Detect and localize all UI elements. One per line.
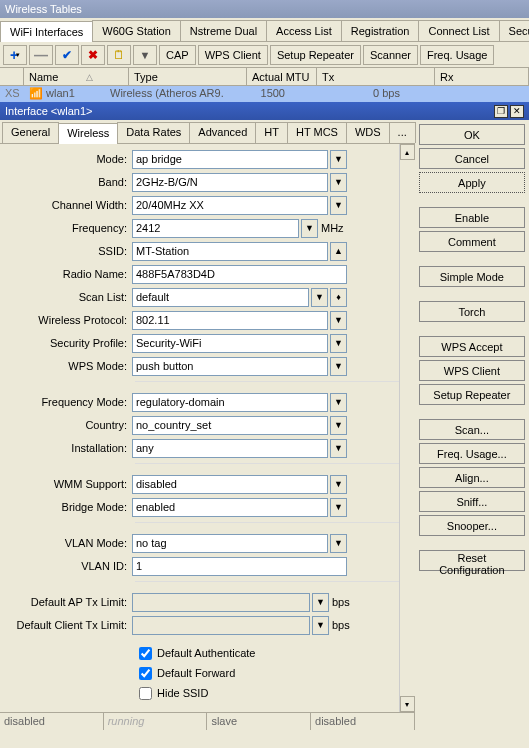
radio-field[interactable]	[132, 265, 347, 284]
setup-repeater-button[interactable]: Setup Repeater	[270, 45, 361, 65]
tab-registration[interactable]: Registration	[341, 20, 420, 41]
cltx-field[interactable]	[132, 616, 310, 635]
enable-button-side[interactable]: Enable	[419, 207, 525, 228]
aptx-field[interactable]	[132, 593, 310, 612]
sec-dropdown[interactable]: ▼	[330, 334, 347, 353]
mode-field[interactable]	[132, 150, 328, 169]
ssid-toggle[interactable]: ▲	[330, 242, 347, 261]
cltx-toggle[interactable]: ▼	[312, 616, 329, 635]
reset-configuration-button[interactable]: Reset Configuration	[419, 550, 525, 571]
aptx-toggle[interactable]: ▼	[312, 593, 329, 612]
tab-advanced[interactable]: Advanced	[189, 122, 256, 143]
vlanid-field[interactable]	[132, 557, 347, 576]
status-1: disabled	[0, 713, 104, 730]
scan-updown[interactable]: ♦	[330, 288, 347, 307]
tab-wifi-interfaces[interactable]: WiFi Interfaces	[0, 21, 93, 42]
tab-nstreme-dual[interactable]: Nstreme Dual	[180, 20, 267, 41]
tab-w60g-station[interactable]: W60G Station	[92, 20, 180, 41]
hide-ssid-checkbox[interactable]	[139, 687, 152, 700]
chwidth-dropdown[interactable]: ▼	[330, 196, 347, 215]
wmm-field[interactable]	[132, 475, 328, 494]
dialog-tabs: General Wireless Data Rates Advanced HT …	[0, 122, 415, 144]
tab-wds[interactable]: WDS	[346, 122, 390, 143]
scroll-up-icon[interactable]: ▴	[400, 144, 415, 160]
freq-usage-button[interactable]: Freq. Usage	[420, 45, 495, 65]
scanner-button[interactable]: Scanner	[363, 45, 418, 65]
wps-accept-button[interactable]: WPS Accept	[419, 336, 525, 357]
inst-dropdown[interactable]: ▼	[330, 439, 347, 458]
col-type[interactable]: Type	[129, 68, 247, 85]
tab-wireless[interactable]: Wireless	[58, 123, 118, 144]
scan-dropdown[interactable]: ▼	[311, 288, 328, 307]
wps-dropdown[interactable]: ▼	[330, 357, 347, 376]
align-button[interactable]: Align...	[419, 467, 525, 488]
proto-dropdown[interactable]: ▼	[330, 311, 347, 330]
simple-mode-button[interactable]: Simple Mode	[419, 266, 525, 287]
vlanid-label: VLAN ID:	[0, 560, 132, 572]
scan-button[interactable]: Scan...	[419, 419, 525, 440]
tab-more[interactable]: ...	[389, 122, 416, 143]
form-scrollbar[interactable]: ▴ ▾	[399, 144, 415, 712]
col-tx[interactable]: Tx	[317, 68, 435, 85]
cltx-unit: bps	[332, 619, 350, 631]
col-name[interactable]: Name△	[24, 68, 129, 85]
aptx-unit: bps	[332, 596, 350, 608]
comment-button[interactable]: 🗒	[107, 45, 131, 65]
freq-dropdown[interactable]: ▼	[301, 219, 318, 238]
default-forward-checkbox[interactable]	[139, 667, 152, 680]
cancel-button[interactable]: Cancel	[419, 148, 525, 169]
ssid-field[interactable]	[132, 242, 328, 261]
add-button[interactable]: +▾	[3, 45, 27, 65]
tab-ht-mcs[interactable]: HT MCS	[287, 122, 347, 143]
tab-security-profiles[interactable]: Security Profi	[499, 20, 529, 41]
ok-button[interactable]: OK	[419, 124, 525, 145]
sniff-button[interactable]: Sniff...	[419, 491, 525, 512]
wps-client-button-side[interactable]: WPS Client	[419, 360, 525, 381]
torch-button[interactable]: Torch	[419, 301, 525, 322]
disable-button[interactable]: ✖	[81, 45, 105, 65]
apply-button[interactable]: Apply	[419, 172, 525, 193]
vlanm-field[interactable]	[132, 534, 328, 553]
comment-button-side[interactable]: Comment	[419, 231, 525, 252]
inst-field[interactable]	[132, 439, 328, 458]
country-field[interactable]	[132, 416, 328, 435]
filter-button[interactable]: ▼	[133, 45, 157, 65]
bridge-dropdown[interactable]: ▼	[330, 498, 347, 517]
scroll-down-icon[interactable]: ▾	[400, 696, 415, 712]
col-mtu[interactable]: Actual MTU	[247, 68, 317, 85]
scan-field[interactable]	[132, 288, 309, 307]
remove-button[interactable]: —	[29, 45, 53, 65]
snooper-button[interactable]: Snooper...	[419, 515, 525, 536]
vlanm-dropdown[interactable]: ▼	[330, 534, 347, 553]
row-mtu: 1500	[223, 86, 293, 102]
band-dropdown[interactable]: ▼	[330, 173, 347, 192]
tab-data-rates[interactable]: Data Rates	[117, 122, 190, 143]
country-dropdown[interactable]: ▼	[330, 416, 347, 435]
chwidth-field[interactable]	[132, 196, 328, 215]
bridge-field[interactable]	[132, 498, 328, 517]
fmode-field[interactable]	[132, 393, 328, 412]
band-field[interactable]	[132, 173, 328, 192]
table-row[interactable]: XS 📶 wlan1 Wireless (Atheros AR9... 1500…	[0, 86, 529, 102]
tab-access-list[interactable]: Access List	[266, 20, 342, 41]
wps-client-button[interactable]: WPS Client	[198, 45, 268, 65]
wmm-dropdown[interactable]: ▼	[330, 475, 347, 494]
fmode-dropdown[interactable]: ▼	[330, 393, 347, 412]
freq-usage-button-side[interactable]: Freq. Usage...	[419, 443, 525, 464]
default-authenticate-checkbox[interactable]	[139, 647, 152, 660]
tab-ht[interactable]: HT	[255, 122, 288, 143]
col-rx[interactable]: Rx	[435, 68, 529, 85]
mode-dropdown[interactable]: ▼	[330, 150, 347, 169]
cap-button[interactable]: CAP	[159, 45, 196, 65]
wps-field[interactable]	[132, 357, 328, 376]
tab-connect-list[interactable]: Connect List	[418, 20, 499, 41]
row-type: Wireless (Atheros AR9...	[105, 86, 223, 102]
sec-field[interactable]	[132, 334, 328, 353]
close-button[interactable]: ✕	[510, 105, 524, 118]
tab-general[interactable]: General	[2, 122, 59, 143]
restore-button[interactable]: ❐	[494, 105, 508, 118]
proto-field[interactable]	[132, 311, 328, 330]
setup-repeater-button-side[interactable]: Setup Repeater	[419, 384, 525, 405]
freq-field[interactable]	[132, 219, 299, 238]
enable-button[interactable]: ✔	[55, 45, 79, 65]
